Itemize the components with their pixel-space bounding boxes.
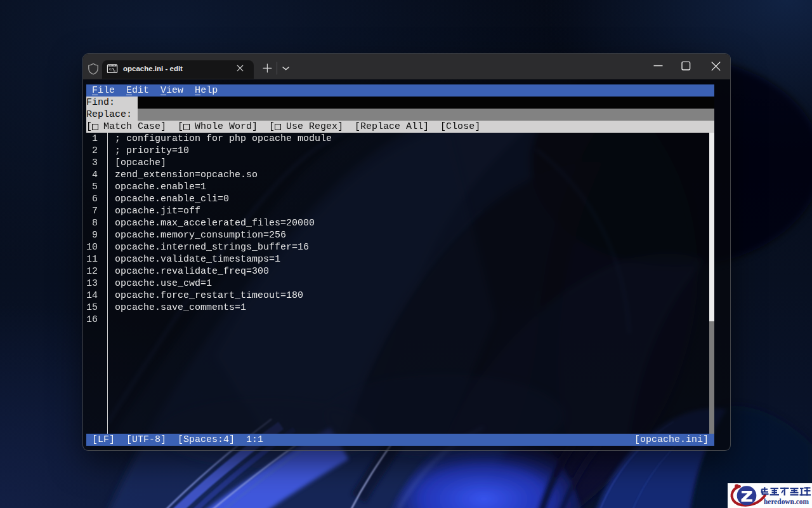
svg-text:heredown.com: heredown.com	[764, 497, 809, 506]
